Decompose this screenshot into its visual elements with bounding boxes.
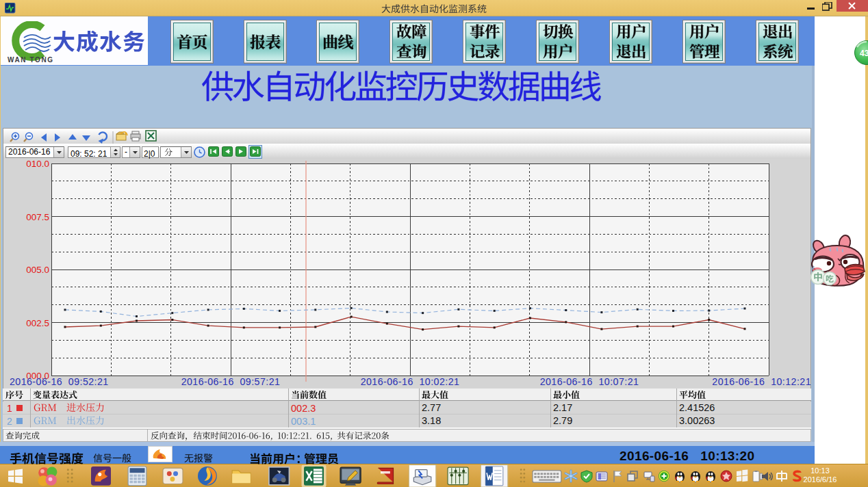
- svg-text:43: 43: [860, 49, 868, 58]
